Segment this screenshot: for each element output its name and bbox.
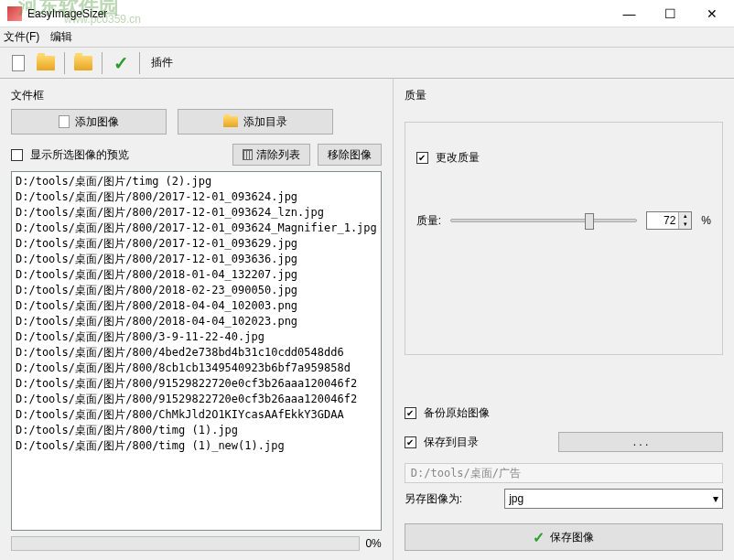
spin-down-icon[interactable]: ▼: [678, 221, 691, 229]
left-panel: 文件框 添加图像 添加目录 显示所选图像的预览 清除列表 移除图像 D:/too…: [0, 79, 394, 560]
remove-image-label: 移除图像: [328, 147, 372, 163]
quality-label: 质量:: [416, 213, 441, 229]
minimize-button[interactable]: —: [609, 1, 650, 27]
show-preview-checkbox[interactable]: [11, 149, 23, 161]
save-image-label: 保存图像: [550, 530, 594, 545]
document-icon: [12, 55, 25, 71]
apply-button[interactable]: ✓: [108, 51, 134, 75]
app-icon: [7, 6, 22, 21]
list-item[interactable]: D:/tools/桌面/图片/800/2018-02-23_090050.jpg: [16, 283, 377, 298]
list-item[interactable]: D:/tools/桌面/图片/800/timg (1)_new(1).jpg: [16, 438, 377, 454]
list-item[interactable]: D:/tools/桌面/图片/800/2018-04-04_102003.png: [16, 298, 377, 314]
new-doc-button[interactable]: [5, 51, 31, 75]
main-area: 文件框 添加图像 添加目录 显示所选图像的预览 清除列表 移除图像 D:/too…: [0, 79, 734, 560]
menu-edit[interactable]: 编辑: [50, 29, 72, 45]
separator: [102, 52, 103, 74]
list-item[interactable]: D:/tools/桌面/图片/800/2017-12-01_093629.jpg: [16, 236, 377, 252]
list-item[interactable]: D:/tools/桌面/图片/800/3-9-11-22-40.jpg: [16, 329, 377, 345]
format-select[interactable]: jpg ▾: [504, 489, 723, 509]
list-item[interactable]: D:/tools/桌面/图片/timg (2).jpg: [16, 174, 377, 189]
quality-slider[interactable]: [450, 219, 637, 222]
menu-file[interactable]: 文件(F): [4, 29, 39, 45]
percent-label: %: [701, 214, 711, 227]
list-item[interactable]: D:/tools/桌面/图片/800/2017-12-01_093636.jpg: [16, 252, 377, 267]
list-item[interactable]: D:/tools/桌面/图片/800/2017-12-01_093624_lzn…: [16, 205, 377, 221]
progress-bar: [11, 536, 360, 551]
quality-spinner[interactable]: ▲▼: [646, 211, 692, 230]
slider-thumb[interactable]: [585, 213, 594, 230]
document-icon: [59, 115, 70, 128]
maximize-button[interactable]: ☐: [650, 1, 691, 27]
open-folder2-button[interactable]: [70, 51, 96, 75]
add-directory-button[interactable]: 添加目录: [178, 109, 333, 135]
folder-icon: [74, 56, 92, 70]
list-item[interactable]: D:/tools/桌面/图片/800/91529822720e0cf3b26aa…: [16, 376, 377, 392]
add-directory-label: 添加目录: [243, 114, 287, 130]
format-value: jpg: [509, 492, 524, 505]
remove-image-button[interactable]: 移除图像: [318, 144, 382, 166]
list-item[interactable]: D:/tools/桌面/图片/800/timg (1).jpg: [16, 423, 377, 438]
add-image-label: 添加图像: [75, 114, 119, 130]
separator: [64, 52, 65, 74]
titlebar: EasyImageSizer — ☐ ✕: [0, 0, 734, 27]
list-item[interactable]: D:/tools/桌面/图片/800/2018-01-04_132207.jpg: [16, 267, 377, 283]
toolbar-plugin-label[interactable]: 插件: [151, 55, 173, 70]
separator: [139, 52, 140, 74]
chevron-down-icon: ▾: [713, 492, 718, 505]
backup-original-label: 备份原始图像: [424, 405, 490, 421]
list-item[interactable]: D:/tools/桌面/图片/800/2018-04-04_102023.png: [16, 314, 377, 329]
save-path-field[interactable]: D:/tools/桌面/广告: [405, 463, 723, 483]
change-quality-label: 更改质量: [436, 150, 480, 166]
right-panel: 质量 ✔ 更改质量 质量: ▲▼ % ✔ 备份原始图像: [394, 79, 734, 560]
open-folder-button[interactable]: [33, 51, 59, 75]
quality-value-input[interactable]: [647, 212, 678, 229]
clear-list-label: 清除列表: [256, 147, 300, 163]
spin-up-icon[interactable]: ▲: [678, 212, 691, 221]
file-group-title: 文件框: [11, 88, 382, 103]
menubar: 文件(F) 编辑: [0, 27, 734, 48]
list-item[interactable]: D:/tools/桌面/图片/800/2017-12-01_093624_Mag…: [16, 221, 377, 236]
list-item[interactable]: D:/tools/桌面/图片/800/ChMkJld2O1KIYcasAAfEk…: [16, 407, 377, 423]
browse-dir-button[interactable]: . . .: [558, 432, 723, 452]
spinner-buttons[interactable]: ▲▼: [678, 212, 691, 229]
clear-list-button[interactable]: 清除列表: [232, 144, 310, 166]
save-to-dir-label: 保存到目录: [424, 435, 479, 450]
add-image-button[interactable]: 添加图像: [11, 109, 167, 135]
list-item[interactable]: D:/tools/桌面/图片/800/4bed2e738bd4b31c10cdd…: [16, 345, 377, 361]
save-image-button[interactable]: ✓ 保存图像: [405, 523, 723, 551]
list-item[interactable]: D:/tools/桌面/图片/800/91529822720e0cf3b26aa…: [16, 392, 377, 407]
list-item[interactable]: D:/tools/桌面/图片/800/8cb1cb1349540923b6bf7…: [16, 361, 377, 376]
list-item[interactable]: D:/tools/桌面/图片/800/2017-12-01_093624.jpg: [16, 189, 377, 205]
trash-icon: [243, 149, 253, 160]
show-preview-label: 显示所选图像的预览: [30, 147, 129, 163]
quality-group-title: 质量: [405, 88, 723, 103]
folder-icon: [37, 56, 55, 70]
save-to-dir-checkbox[interactable]: ✔: [405, 436, 416, 448]
progress-percent: 0%: [365, 537, 381, 550]
checkmark-icon: ✓: [113, 52, 129, 74]
backup-original-checkbox[interactable]: ✔: [405, 407, 416, 419]
close-button[interactable]: ✕: [691, 1, 732, 27]
change-quality-checkbox[interactable]: ✔: [416, 152, 428, 164]
save-as-label: 另存图像为:: [405, 491, 462, 507]
window-title: EasyImageSizer: [27, 7, 609, 20]
folder-icon: [223, 116, 238, 127]
toolbar: ✓ 插件: [0, 48, 734, 79]
checkmark-icon: ✓: [533, 529, 545, 546]
file-list[interactable]: D:/tools/桌面/图片/timg (2).jpgD:/tools/桌面/图…: [11, 171, 382, 531]
quality-box: ✔ 更改质量 质量: ▲▼ %: [405, 122, 723, 355]
